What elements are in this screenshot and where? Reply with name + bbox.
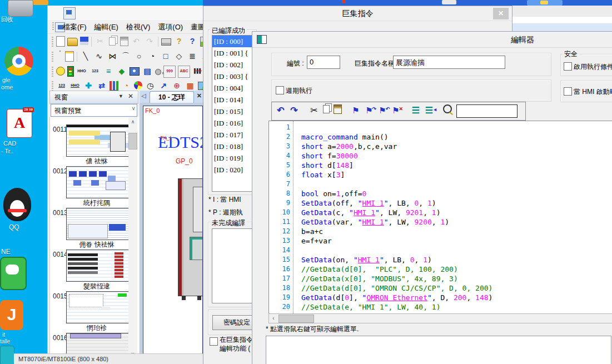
find-input[interactable]: [456, 104, 518, 118]
macro-toolbar-checkbox[interactable]: [210, 337, 218, 346]
undo-icon[interactable]: ↶: [275, 104, 287, 117]
code-text[interactable]: macro_command main()short a=2000,b,c,e,v…: [301, 123, 612, 314]
bookmark-next-icon[interactable]: ⚑↷: [363, 104, 375, 117]
function-object-icon[interactable]: ◆: [116, 66, 127, 77]
close-icon[interactable]: ✕: [128, 92, 133, 100]
clock-icon[interactable]: ◷: [145, 80, 156, 91]
context-help-icon[interactable]: ?: [187, 36, 198, 47]
toolbar-grip[interactable]: [52, 52, 53, 62]
print-icon[interactable]: [161, 38, 171, 46]
new-file-icon[interactable]: [56, 36, 65, 47]
macro-id-item[interactable]: [ID : 003] {: [212, 71, 255, 82]
code-hscrollbar[interactable]: ‹: [268, 313, 612, 323]
window-thumbnail-0012[interactable]: [66, 166, 130, 198]
name-input[interactable]: 展源渝揣: [393, 56, 505, 69]
line-icon[interactable]: ╲: [80, 51, 91, 62]
barcode-icon[interactable]: ▌▌▌: [192, 66, 203, 77]
pie-icon[interactable]: ◔: [147, 51, 158, 62]
dialog-close-icon[interactable]: ✕: [493, 8, 509, 19]
scrollbar-thumb[interactable]: [278, 315, 314, 323]
window-thumbnail-0011[interactable]: [66, 124, 130, 157]
bar-graph-icon[interactable]: [110, 81, 118, 91]
bezier-icon[interactable]: ∿: [93, 51, 105, 62]
target-icon[interactable]: ⊕: [171, 80, 182, 91]
code-editor[interactable]: 123456789101112131415161718192021 macro_…: [268, 121, 612, 314]
periodic-checkbox[interactable]: [276, 86, 284, 94]
trend-icon[interactable]: ↗: [158, 80, 169, 91]
menu-o[interactable]: 選項(O): [158, 22, 183, 32]
window-panel-header[interactable]: 視窗 ▼ ✕: [49, 91, 138, 104]
bit-lamp-icon[interactable]: [56, 67, 65, 76]
uncompiled-list[interactable]: [212, 228, 255, 303]
find-icon[interactable]: [443, 104, 452, 113]
title-bar[interactable]: [48, 6, 203, 20]
tab-prev-icon[interactable]: ◁: [141, 92, 146, 99]
hmi-start-checkbox[interactable]: [564, 87, 572, 96]
numeric-display-icon[interactable]: 999: [163, 66, 176, 78]
menu-e[interactable]: 編輯(E): [94, 22, 118, 32]
redo-icon[interactable]: ↷: [288, 104, 300, 117]
bookmark-toggle-icon[interactable]: ⚑: [350, 104, 362, 117]
pie-chart-icon[interactable]: [134, 81, 142, 89]
ellipse-icon[interactable]: ○: [133, 51, 145, 62]
macro-id-item[interactable]: [ID : 014]: [212, 94, 255, 106]
macro-id-item[interactable]: [ID : 020]: [212, 164, 255, 176]
menu-f[interactable]: 檔案(F): [63, 22, 87, 32]
menu-d[interactable]: 畫圖(D): [191, 22, 203, 32]
window-thumbnail-0013[interactable]: [66, 208, 130, 240]
chevron-down-icon[interactable]: ˅: [132, 106, 135, 112]
macro-id-item[interactable]: [ID : 017]: [212, 129, 255, 141]
scroll-up-icon[interactable]: ∧: [128, 117, 137, 126]
arc-icon[interactable]: ⌒: [120, 51, 131, 62]
toggle-bar-icon[interactable]: HHO: [69, 80, 81, 91]
layers-icon[interactable]: ≡: [103, 66, 114, 77]
macro-id-item[interactable]: [ID : 016]: [212, 117, 255, 129]
toolbar-grip[interactable]: [52, 67, 53, 77]
j-app-icon[interactable]: J: [0, 300, 23, 330]
note-object-icon[interactable]: ▤: [142, 66, 153, 77]
macro-id-item[interactable]: [ID : 004]: [212, 82, 255, 94]
recycle-bin-icon[interactable]: [8, 0, 33, 17]
macro-id-item[interactable]: [ID : 015]: [212, 106, 255, 117]
chevron-down-icon[interactable]: ▼: [118, 93, 123, 99]
bookmark-prev-icon[interactable]: ⚑↶: [376, 104, 389, 117]
macro-id-item[interactable]: [ID : 000]: [212, 36, 255, 47]
copy-icon[interactable]: [109, 37, 116, 46]
save-file-icon[interactable]: [80, 37, 88, 45]
toggle-switch-icon[interactable]: HHO: [76, 66, 87, 77]
toolbar-grip[interactable]: [52, 81, 53, 91]
object-properties-icon[interactable]: [65, 51, 74, 62]
teal-app-icon[interactable]: [0, 346, 14, 364]
numeric-bar-icon[interactable]: 123: [56, 80, 67, 91]
menu-v[interactable]: 檢視(V): [126, 22, 150, 32]
machine-image[interactable]: [178, 178, 203, 296]
key-object-icon[interactable]: [155, 69, 161, 75]
macro-id-item[interactable]: [ID : 001] {: [212, 47, 255, 59]
qq-icon[interactable]: [3, 188, 31, 221]
move-object-icon[interactable]: ✚: [83, 80, 94, 91]
select-icon[interactable]: [59, 51, 61, 52]
outdent-icon[interactable]: ☰◂: [423, 104, 435, 117]
macro-id-item[interactable]: [ID : 019]: [212, 152, 255, 164]
redo-icon[interactable]: ↷: [144, 36, 155, 47]
copy-icon[interactable]: [323, 105, 330, 113]
transfer-icon[interactable]: ⇄: [96, 80, 107, 91]
window-thumbnail-0014[interactable]: [66, 250, 130, 282]
meter-icon[interactable]: ◔: [121, 80, 132, 91]
undo-icon[interactable]: ↶: [131, 36, 142, 47]
ascii-display-icon[interactable]: ABC: [178, 66, 190, 78]
polygon-icon[interactable]: ◇: [173, 51, 185, 62]
tab-close-icon[interactable]: ✕: [197, 92, 202, 99]
indent-icon[interactable]: ☰: [410, 104, 422, 117]
cut-icon[interactable]: ✂: [94, 36, 106, 47]
tab-window-10[interactable]: 10 - 忑珜: [150, 91, 194, 103]
enable-exec-checkbox[interactable]: [564, 62, 572, 71]
id-input[interactable]: 0: [307, 56, 340, 69]
toolbar-grip[interactable]: [52, 37, 53, 47]
scale-icon[interactable]: ≣: [187, 51, 198, 62]
editor-title-bar[interactable]: 編輯器: [252, 32, 612, 48]
data-table-icon[interactable]: ▦: [185, 80, 196, 91]
paste-icon[interactable]: [120, 37, 128, 46]
cut-icon[interactable]: ✂: [308, 104, 320, 117]
macro-id-list[interactable]: [ID : 000][ID : 001] {[ID : 002][ID : 00…: [212, 35, 255, 192]
